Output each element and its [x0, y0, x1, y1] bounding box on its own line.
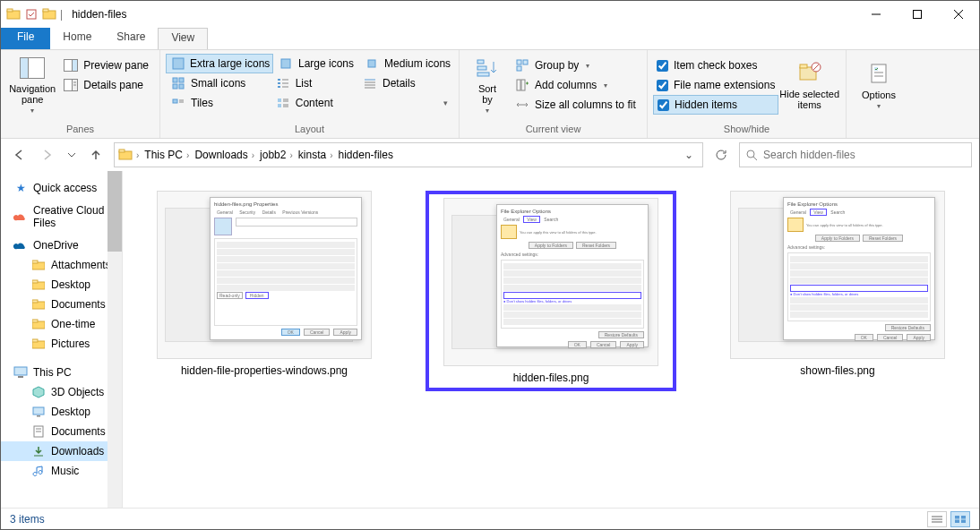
client-area: ★Quick access Creative Cloud Files OneDr…: [1, 171, 979, 508]
file-tab[interactable]: File: [1, 28, 50, 49]
thumbnails-view-toggle[interactable]: [950, 511, 970, 527]
size-columns-button[interactable]: Size all columns to fit: [510, 95, 641, 115]
search-input[interactable]: [763, 149, 966, 161]
sidebar-item-creative-cloud[interactable]: Creative Cloud Files: [1, 207, 122, 227]
share-tab[interactable]: Share: [104, 28, 158, 49]
options-icon: [864, 59, 893, 88]
sidebar-item-od-pictures[interactable]: Pictures: [1, 334, 122, 354]
recent-locations-button[interactable]: [65, 144, 78, 166]
large-icons-button[interactable]: Large icons: [273, 54, 359, 73]
svg-rect-34: [173, 99, 177, 103]
up-button[interactable]: [85, 144, 107, 166]
preview-pane-button[interactable]: Preview pane: [58, 56, 154, 75]
svg-rect-1: [7, 9, 13, 12]
crumb-kinsta[interactable]: kinsta›: [297, 149, 335, 161]
file-item-selected[interactable]: File Explorer Options General View Searc…: [426, 191, 676, 391]
svg-rect-50: [521, 80, 525, 90]
sidebar-item-music[interactable]: Music: [1, 461, 122, 481]
svg-rect-18: [281, 59, 290, 68]
file-item[interactable]: hidden-files.png Properties General Secu…: [139, 191, 390, 377]
group-by-button[interactable]: Group by▾: [510, 56, 641, 75]
svg-rect-24: [278, 79, 280, 81]
sidebar-item-3d-objects[interactable]: 3D Objects: [1, 382, 122, 402]
sidebar-item-this-pc[interactable]: This PC: [1, 363, 122, 382]
close-button[interactable]: [938, 1, 979, 28]
details-pane-button[interactable]: Details pane: [58, 75, 154, 95]
current-view-caption: Current view: [460, 122, 647, 138]
sidebar-item-quick-access[interactable]: ★Quick access: [1, 178, 122, 198]
details-view-toggle[interactable]: [927, 511, 947, 527]
folder-icon: [31, 337, 46, 351]
refresh-button[interactable]: [710, 144, 732, 166]
file-view[interactable]: hidden-files.png Properties General Secu…: [123, 171, 979, 508]
sidebar-item-attachments[interactable]: Attachments: [1, 255, 122, 275]
crumb-jobb2[interactable]: jobb2›: [258, 149, 295, 161]
svg-rect-74: [37, 415, 40, 417]
svg-rect-17: [173, 58, 184, 69]
tiles-icon: [171, 96, 185, 110]
sidebar-item-downloads[interactable]: Downloads: [1, 441, 122, 461]
hidden-items-checkbox[interactable]: Hidden items: [653, 95, 778, 115]
crumb-downloads[interactable]: Downloads›: [193, 149, 256, 161]
svg-rect-4: [43, 9, 48, 12]
sidebar-item-od-documents[interactable]: Documents: [1, 295, 122, 314]
layout-overflow-icon[interactable]: ▾: [443, 98, 448, 107]
3d-icon: [31, 385, 46, 399]
file-name: hidden-files.png: [513, 372, 589, 384]
tiles-button[interactable]: Tiles: [166, 93, 271, 113]
group-by-icon: [515, 58, 529, 73]
hide-selected-items-button[interactable]: Hide selected items: [778, 54, 840, 115]
preview-pane-icon: [64, 58, 78, 73]
layout-caption: Layout: [160, 122, 459, 138]
chevron-down-icon: ▾: [586, 62, 589, 70]
small-icons-button[interactable]: Small icons: [166, 73, 271, 93]
svg-rect-10: [21, 57, 29, 78]
sm-icons-icon: [171, 76, 185, 90]
chevron-down-icon: ▾: [604, 81, 607, 90]
maximize-button[interactable]: [897, 1, 938, 28]
crumb-hidden-files[interactable]: hidden-files: [337, 149, 395, 161]
svg-rect-46: [517, 60, 521, 64]
minimize-button[interactable]: [855, 1, 897, 28]
svg-rect-84: [955, 519, 959, 523]
extra-large-icons-button[interactable]: Extra large icons: [166, 54, 273, 73]
add-columns-icon: [515, 78, 529, 92]
title-bar: | hidden-files: [1, 1, 979, 28]
item-check-boxes-checkbox[interactable]: Item check boxes: [653, 56, 778, 75]
nav-tree: ★Quick access Creative Cloud Files OneDr…: [1, 171, 123, 508]
forward-button[interactable]: [37, 144, 58, 166]
svg-rect-48: [517, 66, 521, 71]
medium-icons-button[interactable]: Medium icons: [359, 54, 456, 73]
sidebar-item-od-desktop[interactable]: Desktop: [1, 275, 122, 295]
view-tab[interactable]: View: [158, 28, 208, 49]
sidebar-item-desktop[interactable]: Desktop: [1, 402, 122, 422]
file-name: shown-files.png: [800, 364, 874, 377]
options-button[interactable]: Options ▾: [852, 54, 906, 115]
details-icon: [363, 76, 377, 90]
add-columns-button[interactable]: Add columns▾: [510, 75, 641, 95]
home-tab[interactable]: Home: [50, 28, 104, 49]
address-bar[interactable]: › This PC› Downloads› jobb2› kinsta› hid…: [114, 142, 703, 167]
back-button[interactable]: [8, 144, 30, 166]
svg-rect-64: [32, 280, 38, 283]
file-item[interactable]: File Explorer Options General View Searc…: [712, 191, 963, 377]
content-button[interactable]: Content: [271, 93, 357, 113]
svg-rect-73: [33, 407, 44, 415]
sidebar-item-one-time[interactable]: One-time: [1, 314, 122, 334]
address-dropdown-icon[interactable]: ⌄: [679, 149, 699, 161]
search-box[interactable]: [739, 142, 972, 167]
hide-icon: [795, 58, 824, 87]
details-button[interactable]: Details: [357, 73, 453, 93]
navigation-pane-button[interactable]: Navigation pane ▾: [6, 54, 58, 115]
sidebar-item-onedrive[interactable]: OneDrive: [1, 235, 122, 255]
folder-icon: [31, 317, 46, 331]
sort-by-button[interactable]: Sort by ▾: [465, 54, 510, 115]
xl-icons-icon: [172, 56, 185, 71]
crumb-this-pc[interactable]: This PC›: [142, 149, 191, 161]
sidebar-item-documents[interactable]: Documents: [1, 422, 122, 441]
file-name-extensions-checkbox[interactable]: File name extensions: [653, 75, 778, 95]
sidebar-scrollbar[interactable]: [107, 171, 122, 508]
list-button[interactable]: List: [271, 73, 357, 93]
status-bar: 3 items: [1, 508, 979, 529]
qat-save-icon[interactable]: [24, 7, 39, 21]
